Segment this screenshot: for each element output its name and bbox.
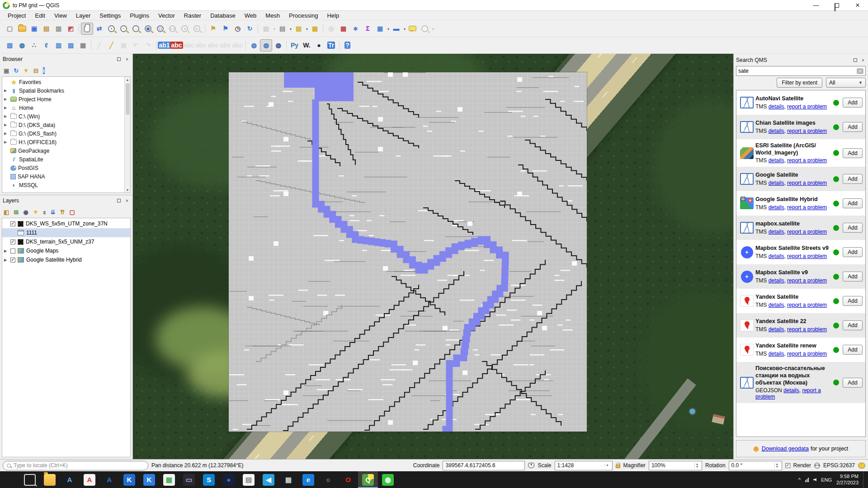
toolbar-icon[interactable]: ▾ xyxy=(244,39,248,52)
digitize-icon[interactable]: ╱ ▾ xyxy=(105,39,118,52)
edge-browser[interactable]: e xyxy=(298,471,318,488)
layers-close-icon[interactable]: × xyxy=(124,198,130,203)
restore-button[interactable] xyxy=(826,0,847,10)
toolbar-icon[interactable]: ▾ xyxy=(203,23,207,35)
qms-search-globe-icon[interactable]: ◍ ▾ xyxy=(260,39,272,52)
attribute-table-icon[interactable]: ▦ ▾ xyxy=(374,23,386,35)
crs-status[interactable]: EPSG:32637 xyxy=(823,462,855,469)
adobe-app-1[interactable]: A xyxy=(60,471,80,488)
wikipedia-plugin-icon[interactable]: W. ▾ xyxy=(301,39,313,52)
zoom-out-icon[interactable]: − ▾ xyxy=(118,23,130,35)
menu-item[interactable]: Plugins xyxy=(126,11,153,20)
scale-combobox[interactable]: 1:1428▼ xyxy=(555,461,613,470)
layer-row[interactable]: ▶ DKS_WS_5x5m_UTM_zone_37N xyxy=(2,219,130,228)
help-contents-icon[interactable]: ? ▾ xyxy=(341,39,354,52)
toolbar-icon[interactable]: ▾ xyxy=(337,39,341,52)
measure-icon[interactable]: ▬ ▾ xyxy=(390,23,402,35)
layers-float-icon[interactable] xyxy=(116,198,122,203)
menu-item[interactable]: Settings xyxy=(95,11,125,20)
qgis-app[interactable]: Q xyxy=(358,471,378,488)
magnifier-spinbox[interactable]: 100%▲▼ xyxy=(649,461,702,470)
file-explorer[interactable] xyxy=(40,471,60,488)
layer-visibility-checkbox[interactable] xyxy=(10,249,15,253)
qms-service-row[interactable]: Yandex Satellite 22 TMS details, report … xyxy=(736,313,865,338)
label-toolbar-5-icon[interactable]: abc ▾ xyxy=(231,39,244,52)
menu-item[interactable]: Layer xyxy=(72,11,95,20)
expand-arrow-icon[interactable]: ▶ xyxy=(4,123,9,127)
show-bookmarks-icon[interactable]: ⚑ ▾ xyxy=(219,23,231,35)
render-checkbox[interactable] xyxy=(785,463,790,468)
expand-arrow-icon[interactable]: ▶ xyxy=(4,114,9,118)
add-service-button[interactable]: Add xyxy=(843,247,862,257)
open-project-icon[interactable]: ▾ xyxy=(16,23,28,35)
add-delimited-text-icon[interactable]: ▥ ▾ xyxy=(52,39,65,52)
browser-tree-item[interactable]: ▶ Spatial Bookmarks xyxy=(2,86,130,95)
add-service-button[interactable]: Add xyxy=(843,296,862,306)
data-source-manager-icon[interactable]: ▧ ▾ xyxy=(4,39,16,52)
layer-expand-arrow-icon[interactable]: ▶ xyxy=(4,249,8,253)
browser-tree-item[interactable]: ▶ D:\ (DKS_data) xyxy=(2,121,130,129)
details-link[interactable]: details xyxy=(783,387,799,394)
properties-widget-icon[interactable]: i xyxy=(43,67,45,74)
navy-sphere-app[interactable]: ● xyxy=(219,471,239,488)
tray-expand-icon[interactable]: ^ xyxy=(798,477,801,483)
report-problem-link[interactable]: report a problem xyxy=(787,351,827,357)
browser-tree-item[interactable]: ▶ Project Home xyxy=(2,95,130,103)
zoom-full-icon[interactable]: ↔ ▾ xyxy=(130,23,142,35)
temporal-controller-icon[interactable]: ◷ ▾ xyxy=(231,23,244,35)
language-indicator[interactable]: ENG xyxy=(821,477,832,483)
add-group-icon[interactable]: ⊞ xyxy=(14,209,19,216)
report-problem-link[interactable]: report a problem xyxy=(787,204,827,211)
add-mesh-layer-icon[interactable]: ▨ ▾ xyxy=(65,39,77,52)
details-link[interactable]: details xyxy=(769,180,784,186)
details-link[interactable]: details xyxy=(769,128,784,134)
download-geodata-link[interactable]: Download geodata xyxy=(762,446,809,452)
pan-map-icon[interactable]: ▾ xyxy=(81,23,93,35)
browser-close-icon[interactable]: × xyxy=(124,56,130,62)
opera-browser[interactable]: O xyxy=(338,471,358,488)
messages-icon[interactable] xyxy=(858,463,865,469)
open-layer-styling-icon[interactable]: ◧ xyxy=(4,209,9,216)
menu-item[interactable]: Vector xyxy=(154,11,179,20)
qms-settings-globe-icon[interactable]: ◍ ▾ xyxy=(272,39,284,52)
add-selected-layers-icon[interactable]: ▣ xyxy=(4,67,9,74)
save-edits-icon[interactable]: ▣ ▾ xyxy=(118,39,130,52)
details-link[interactable]: details xyxy=(769,326,784,333)
refresh-browser-icon[interactable]: ↻ xyxy=(14,67,19,74)
refresh-map-icon[interactable]: ↻ ▾ xyxy=(244,23,256,35)
report-problem-link[interactable]: report a problem xyxy=(787,302,827,308)
expand-arrow-icon[interactable]: ▶ xyxy=(4,89,9,93)
new-print-layout-icon[interactable]: ▤ ▾ xyxy=(40,23,52,35)
browser-tree-item[interactable]: ▶ SpatiaLite xyxy=(2,155,130,164)
zoom-to-selection-icon[interactable]: ▢ ▾ xyxy=(154,23,166,35)
qms-service-row[interactable]: Yandex Satellite TMS details, report a p… xyxy=(736,289,865,313)
adobe-app-2[interactable]: A xyxy=(99,471,119,488)
kompas-3d-app-2[interactable]: K xyxy=(139,471,159,488)
report-problem-link[interactable]: report a problem xyxy=(787,229,827,235)
zoom-to-layer-icon[interactable]: ▦ ▾ xyxy=(142,23,154,35)
browser-tree-item[interactable]: ▶ Home xyxy=(2,103,130,112)
locate-input[interactable]: Type to locate (Ctrl+K) xyxy=(3,461,148,470)
keyboard-app[interactable]: ▦ xyxy=(278,471,298,488)
label-toolbar-1-icon[interactable]: abc ▾ xyxy=(183,39,195,52)
add-service-button[interactable]: Add xyxy=(843,148,862,158)
expand-all-icon[interactable]: ⇊ xyxy=(51,209,56,216)
qms-geocoding-globe-icon[interactable]: ◍ ▾ xyxy=(248,39,260,52)
report-problem-link[interactable]: report a problem xyxy=(787,157,827,164)
coordinate-input[interactable]: 389567.4,6172405.6 xyxy=(443,461,525,470)
menu-item[interactable]: View xyxy=(50,11,71,20)
tray-clock[interactable]: 9:58 PM 2/27/2023 xyxy=(836,474,859,486)
layer-visibility-checkbox[interactable] xyxy=(10,239,15,244)
manage-visibility-icon[interactable]: ◉ xyxy=(23,209,28,216)
add-service-button[interactable]: Add xyxy=(843,198,862,208)
toolbar-icon[interactable]: ▾ xyxy=(284,39,288,52)
redo-icon[interactable]: ↷ ▾ xyxy=(142,39,154,52)
nominatim-search-icon[interactable]: ▾ xyxy=(419,23,431,35)
qms-service-row[interactable]: Mapbox Satellite Streets v9 TMS details,… xyxy=(736,240,865,264)
filter-browser-icon[interactable]: ▼ xyxy=(23,67,29,74)
label-toolbar-2-icon[interactable]: abc ▾ xyxy=(195,39,207,52)
toolbar-icon[interactable]: ▾ xyxy=(89,39,93,52)
coordinate-display-toggle-icon[interactable] xyxy=(528,463,534,468)
layer-row[interactable]: ▶ 1111 xyxy=(2,228,130,237)
toggle-editing-icon[interactable]: ╱ ▾ xyxy=(93,39,105,52)
